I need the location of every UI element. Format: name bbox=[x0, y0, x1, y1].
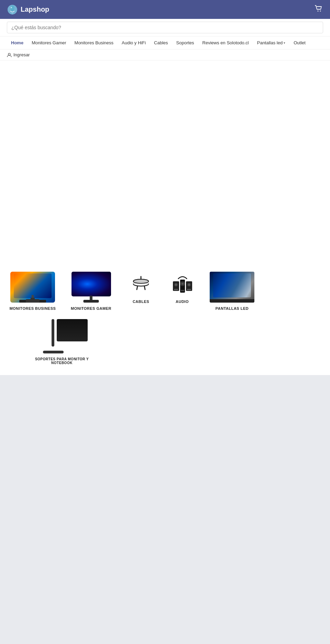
search-input[interactable] bbox=[7, 22, 323, 33]
nav-item-audio[interactable]: Audio y HiFi bbox=[118, 36, 150, 49]
soporte-illustration bbox=[34, 317, 89, 355]
monitor-business-illustration bbox=[10, 272, 55, 303]
nav-item-monitores-gamer[interactable]: Monitores Gamer bbox=[28, 36, 70, 49]
category-label-cables: CABLES bbox=[133, 300, 149, 304]
logo-icon bbox=[7, 4, 18, 15]
nav-item-home[interactable]: Home bbox=[7, 36, 28, 49]
login-link[interactable]: Ingresar bbox=[7, 52, 323, 57]
nav-item-monitores-business[interactable]: Monitores Business bbox=[70, 36, 118, 49]
svg-point-5 bbox=[320, 10, 321, 11]
category-label-monitores-gamer: MONITORES GAMER bbox=[71, 306, 111, 310]
pantallas-led-image bbox=[210, 270, 254, 304]
monitores-business-image bbox=[10, 270, 55, 304]
audio-image bbox=[168, 270, 196, 297]
svg-point-16 bbox=[175, 284, 177, 285]
svg-point-3 bbox=[12, 13, 13, 14]
category-label-soportes: SOPORTES PARA MONITOR Y NOTEBOOK bbox=[28, 357, 96, 365]
svg-point-4 bbox=[318, 10, 319, 11]
cables-image bbox=[127, 270, 155, 297]
category-label-audio: AUDIO bbox=[176, 300, 189, 304]
header: Lapshop bbox=[0, 0, 330, 19]
category-item-monitores-gamer[interactable]: MONITORES GAMER bbox=[65, 270, 117, 310]
logo-text: Lapshop bbox=[21, 5, 49, 13]
cart-icon bbox=[314, 4, 323, 13]
category-label-pantallas-led: PANTALLAS LED bbox=[216, 306, 249, 310]
gray-section bbox=[0, 375, 330, 644]
login-label: Ingresar bbox=[13, 52, 30, 57]
category-item-pantallas-led[interactable]: PANTALLAS LED bbox=[206, 270, 258, 310]
nav-item-soportes[interactable]: Soportes bbox=[172, 36, 198, 49]
monitor-gamer-illustration bbox=[69, 272, 113, 303]
svg-point-24 bbox=[188, 284, 190, 285]
category-label-monitores-business: MONITORES BUSINESS bbox=[10, 306, 56, 310]
cables-icon-svg bbox=[131, 274, 151, 293]
soportes-image bbox=[34, 317, 89, 355]
nav-item-reviews[interactable]: Reviews en Solotodo.cl bbox=[198, 36, 253, 49]
monitores-gamer-image bbox=[69, 270, 113, 304]
svg-rect-25 bbox=[187, 289, 191, 290]
nav-item-cables[interactable]: Cables bbox=[150, 36, 172, 49]
logo[interactable]: Lapshop bbox=[7, 4, 49, 15]
category-item-cables[interactable]: CABLES bbox=[124, 270, 158, 304]
hero-area bbox=[0, 60, 330, 260]
svg-point-6 bbox=[8, 53, 10, 55]
category-item-monitores-business[interactable]: MONITORES BUSINESS bbox=[7, 270, 58, 310]
categories-section: MONITORES BUSINESS MONITORES GAMER bbox=[0, 260, 330, 372]
svg-point-10 bbox=[133, 279, 148, 283]
cart-button[interactable] bbox=[314, 4, 323, 15]
nav-item-pantallas-led[interactable]: Pantallas led ▾ bbox=[253, 36, 289, 49]
audio-illustration bbox=[168, 272, 196, 296]
login-bar: Ingresar bbox=[0, 49, 330, 60]
category-item-soportes[interactable]: SOPORTES PARA MONITOR Y NOTEBOOK bbox=[28, 317, 96, 365]
category-item-audio[interactable]: AUDIO bbox=[165, 270, 199, 304]
cables-illustration bbox=[127, 272, 155, 296]
svg-point-20 bbox=[182, 283, 184, 285]
svg-line-12 bbox=[137, 286, 138, 290]
audio-icon-svg bbox=[171, 273, 194, 295]
svg-point-2 bbox=[11, 7, 12, 8]
svg-line-13 bbox=[144, 286, 145, 290]
svg-rect-21 bbox=[181, 290, 184, 291]
chevron-down-icon: ▾ bbox=[284, 41, 285, 45]
nav: Home Monitores Gamer Monitores Business … bbox=[0, 36, 330, 49]
pantallas-led-illustration bbox=[210, 272, 254, 303]
nav-item-outlet[interactable]: Outlet bbox=[289, 36, 310, 49]
search-bar bbox=[0, 19, 330, 36]
svg-rect-17 bbox=[174, 289, 178, 290]
svg-point-1 bbox=[10, 5, 14, 11]
categories-grid: MONITORES BUSINESS MONITORES GAMER bbox=[7, 270, 323, 365]
user-icon bbox=[7, 53, 12, 57]
